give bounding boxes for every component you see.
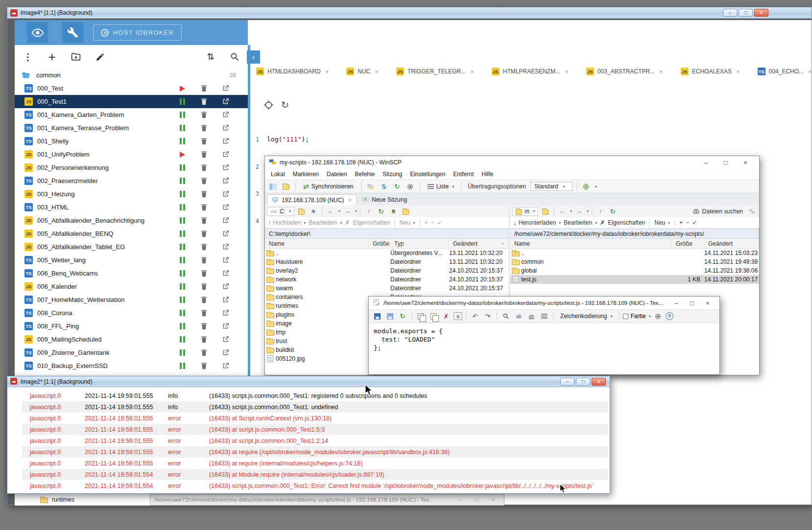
winscp-titlebar[interactable]: my-scripts - 192.168.178.109 (NUC) - Win… [265,156,759,169]
tab-close-icon[interactable]: × [565,68,569,75]
select-all-icon[interactable]: a [454,312,462,320]
goto-line-icon[interactable] [539,311,549,321]
trash-icon[interactable] [199,189,209,199]
editor-tab[interactable]: TS 004_ECHO... × [758,68,812,75]
open-in-new-icon[interactable] [220,282,230,292]
open-in-new-icon[interactable] [220,322,230,331]
trash-icon[interactable] [199,110,209,120]
minimize-button[interactable]: – [560,378,574,386]
script-row[interactable]: JS 005_Abfallkalender_BENQ [15,227,248,240]
menu-item[interactable]: Dateien [323,171,351,178]
help-icon[interactable]: ? [666,312,673,320]
new-button[interactable]: Neu▾ [400,219,415,226]
open-in-new-icon[interactable] [220,97,230,107]
editor-tab[interactable]: JS TRIGGER_TELEGR... × [396,68,474,75]
open-in-new-icon[interactable] [220,216,230,226]
locate-icon[interactable] [263,99,274,110]
open-in-new-icon[interactable] [220,84,230,93]
settings-wrench-button[interactable] [62,22,83,43]
editor-tab[interactable]: JS HTMLDASHBOARD × [256,68,329,75]
script-row[interactable]: JS 009_MailingScheduled [15,333,248,346]
new-session-tab[interactable]: Neue Sitzung [358,194,411,205]
log-row[interactable]: javascript.0 2021-11-14 19:59:01.555 err… [22,413,608,424]
run-state-toggle[interactable] [177,242,187,252]
file-row[interactable]: .. Übergeordnetes V... 13.11.2021 10:32:… [265,249,508,257]
column-header[interactable]: Geändert [704,239,759,248]
trash-icon[interactable] [199,242,209,252]
file-row[interactable]: Haustuere Dateiordner 13.11.2021 10:32:2… [265,257,508,266]
trash-icon[interactable] [199,361,209,371]
file-row[interactable]: .. 14.11.2021 15:03:23 [510,249,759,257]
open-in-new-icon[interactable] [220,335,230,345]
menu-item[interactable]: Entfernt [449,171,478,178]
transfer-queue-icon[interactable]: ⇅ [379,182,389,191]
open-in-new-icon[interactable] [220,242,230,252]
minimize-button[interactable]: – [696,159,716,166]
log-row[interactable]: javascript.0 2021-11-14 19:59:01.555 err… [22,435,608,446]
file-row[interactable]: swarm Dateiordner 24.10.2021 20:15:37 [265,284,508,293]
tab-close-icon[interactable]: × [808,68,812,75]
folders-icon[interactable] [400,207,411,216]
script-row[interactable]: TS 000_Test [15,82,248,95]
run-state-toggle[interactable] [177,282,187,292]
trash-icon[interactable] [199,322,209,331]
remote-path-bar[interactable]: /home/uwe72/clement/docker/my-datas/iobr… [510,229,759,239]
open-in-new-icon[interactable] [220,150,230,160]
run-state-toggle[interactable] [177,348,187,358]
menu-item[interactable]: Befehle [351,171,379,178]
remote-dir-select[interactable]: m ▾ [512,207,538,216]
menu-item[interactable]: Markieren [289,171,323,178]
select-remove-icon[interactable]: − [686,219,689,226]
script-row[interactable]: TS 010_Backup_ExternSSD [15,359,248,372]
column-header[interactable]: Geändert [449,239,508,248]
script-row[interactable]: TS 003_HTML [15,201,248,214]
minimize-button[interactable]: – [723,9,737,17]
open-in-new-icon[interactable] [220,295,230,305]
trash-icon[interactable] [199,229,209,239]
tab-close-icon[interactable]: × [375,68,379,75]
script-row[interactable]: JS 006_Kalender [15,280,248,293]
trash-icon[interactable] [199,335,209,345]
back-icon[interactable]: ← [325,207,336,216]
run-state-toggle[interactable] [177,295,187,305]
script-row[interactable]: JS 001_UnifyProblem [15,148,248,161]
drive-select[interactable]: C: ▾ [267,207,294,216]
run-state-toggle[interactable] [177,123,187,133]
run-state-toggle[interactable] [177,163,187,173]
run-state-toggle[interactable] [177,269,187,278]
parent-dir-icon[interactable]: ↑ [595,207,606,216]
maximize-button[interactable]: □ [470,497,483,503]
file-row[interactable]: overlay2 Dateiordner 24.10.2021 20:15:37 [265,266,508,275]
close-button[interactable]: × [736,159,755,166]
find-icon[interactable] [501,311,511,321]
file-row[interactable]: test.js 1 KB 14.11.2021 20:00:17 [510,275,759,284]
file-row[interactable]: network Dateiordner 24.10.2021 20:15:37 [265,275,508,284]
script-row[interactable]: JS 000_Test1 [15,95,248,108]
close-button[interactable]: × [486,497,500,503]
script-row[interactable]: JS 002_Personenerkennung [15,161,248,174]
run-state-toggle[interactable] [177,150,187,160]
run-state-toggle[interactable] [177,97,187,107]
collapse-sidebar-button[interactable]: ‹ [247,50,260,64]
download-button[interactable]: ↓Herunterladen▾ [513,219,561,227]
search-button[interactable] [229,51,240,63]
trash-icon[interactable] [199,203,209,212]
script-row[interactable]: JS 005_Abfallkalender_Tablet_EG [15,240,248,253]
log-row[interactable]: javascript.0 2021-11-14 19:59:01.555 err… [22,446,608,458]
file-row[interactable]: common 14.11.2021 19:49:38 [510,257,759,266]
file-row[interactable]: global 14.11.2021 19:36:06 [510,266,759,275]
parent-dir-icon[interactable]: ↑ [363,207,374,216]
delete-icon[interactable]: ✗ [441,311,452,321]
transfer-preset-select[interactable]: Standard ▾ [530,182,573,191]
back-icon[interactable]: ← [557,207,568,216]
folder-tree-icon[interactable] [296,207,307,216]
script-row[interactable]: TS 006_Benq_Webcams [15,267,248,280]
image2-titlebar[interactable]: Image2* [1:1] (Background) – □ × [7,376,610,387]
trash-icon[interactable] [199,255,209,265]
sync-browse-icon[interactable] [746,207,757,216]
script-row[interactable]: TS 009_Zisterne_Gartentank [15,346,248,359]
refresh-icon[interactable]: ↻ [376,207,386,216]
open-in-new-icon[interactable] [220,123,230,133]
run-state-toggle[interactable] [177,137,187,146]
undo-icon[interactable]: ↶ [470,311,480,321]
